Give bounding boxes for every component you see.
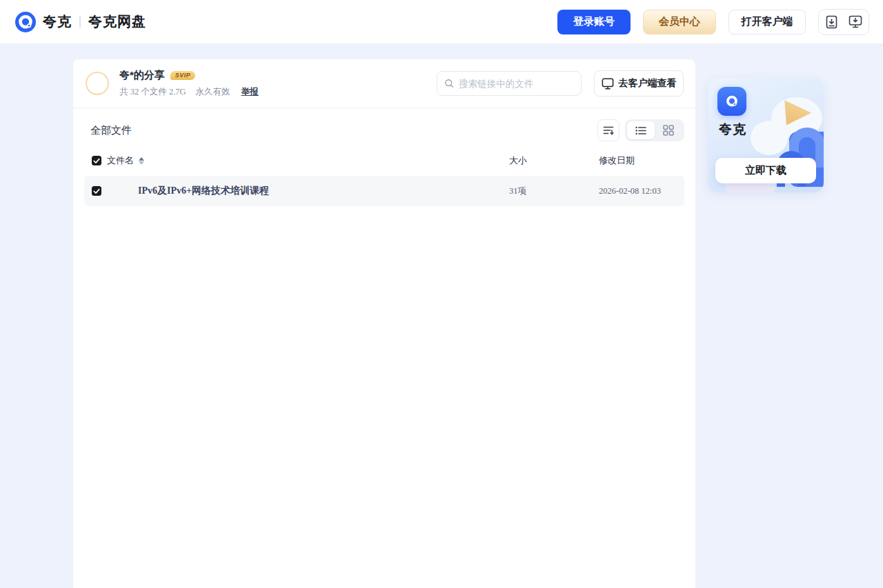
share-validity: 永久有效	[196, 86, 230, 98]
file-name[interactable]: IPv6及IPv6+网络技术培训课程	[138, 185, 269, 197]
brand-group: 夸克 夸克网盘	[15, 12, 146, 32]
login-button[interactable]: 登录账号	[557, 10, 631, 34]
search-input[interactable]	[459, 79, 574, 89]
monitor-icon	[602, 78, 614, 90]
view-in-client-label: 去客户端查看	[619, 77, 677, 90]
file-row[interactable]: IPv6及IPv6+网络技术培训课程 31项 2026-02-08 12:03	[84, 176, 684, 206]
share-file-count: 共 32 个文件 2.7G	[119, 86, 186, 98]
sharer-avatar	[86, 72, 109, 95]
view-mode-toggle	[625, 119, 684, 141]
share-info-bar: 夸*的分享 SVIP 共 32 个文件 2.7G 永久有效 举报	[73, 59, 695, 108]
quark-app-icon	[717, 87, 746, 116]
report-link[interactable]: 举报	[241, 86, 259, 98]
check-icon	[93, 158, 100, 164]
column-size-label[interactable]: 大小	[509, 154, 599, 167]
file-table-header: 文件名 大小 修改日期	[84, 152, 684, 169]
column-date-label[interactable]: 修改日期	[599, 154, 684, 167]
share-actions: 去客户端查看	[437, 70, 684, 97]
file-size: 31项	[509, 185, 599, 197]
open-client-button[interactable]: 打开客户端	[728, 10, 806, 34]
select-all-checkbox[interactable]	[92, 156, 101, 165]
share-title: 夸*的分享	[119, 69, 165, 82]
promo-app-name: 夸克	[719, 121, 746, 139]
file-date: 2026-02-08 12:03	[599, 186, 684, 196]
share-panel: 夸*的分享 SVIP 共 32 个文件 2.7G 永久有效 举报	[73, 59, 695, 588]
main-area: 夸*的分享 SVIP 共 32 个文件 2.7G 永久有效 举报	[73, 44, 883, 588]
name-sort-carets[interactable]	[139, 157, 144, 165]
check-icon	[93, 188, 100, 194]
brand-name: 夸克	[43, 12, 72, 31]
mobile-download-icon[interactable]	[826, 15, 837, 29]
view-controls	[597, 119, 684, 141]
grid-view-icon	[663, 125, 674, 136]
desktop-download-icon[interactable]	[849, 15, 862, 28]
vip-center-button[interactable]: 会员中心	[643, 10, 716, 34]
share-info: 夸*的分享 SVIP 共 32 个文件 2.7G 永久有效 举报	[119, 69, 259, 98]
list-view-button[interactable]	[627, 121, 655, 139]
app-promo-card: 夸克 立即下载	[708, 78, 824, 192]
files-toolbar: 全部文件	[73, 108, 695, 148]
app-header: 夸克 夸克网盘 登录账号 会员中心 打开客户端	[0, 0, 883, 44]
quark-logo-icon	[724, 93, 740, 110]
product-name: 夸克网盘	[88, 12, 146, 31]
caret-down-icon	[139, 161, 144, 165]
brand-divider	[79, 16, 81, 28]
cloud-decoration	[751, 121, 788, 155]
row-checkbox[interactable]	[92, 186, 101, 196]
caret-up-icon	[139, 157, 144, 161]
sort-lines-icon	[603, 125, 614, 136]
quark-logo-icon	[15, 12, 36, 32]
header-actions: 登录账号 会员中心 打开客户端	[557, 9, 869, 35]
share-stats: 共 32 个文件 2.7G 永久有效 举报	[119, 86, 259, 98]
download-apps-group	[818, 9, 869, 35]
sort-order-button[interactable]	[597, 119, 619, 141]
search-icon	[444, 78, 454, 89]
list-view-icon	[635, 126, 646, 135]
grid-view-button[interactable]	[655, 121, 682, 139]
column-name-label[interactable]: 文件名	[107, 154, 134, 167]
download-now-button[interactable]: 立即下载	[715, 158, 816, 183]
all-files-title: 全部文件	[90, 124, 132, 137]
svip-badge: SVIP	[170, 71, 196, 80]
view-in-client-button[interactable]: 去客户端查看	[594, 70, 684, 97]
search-box	[437, 71, 582, 96]
